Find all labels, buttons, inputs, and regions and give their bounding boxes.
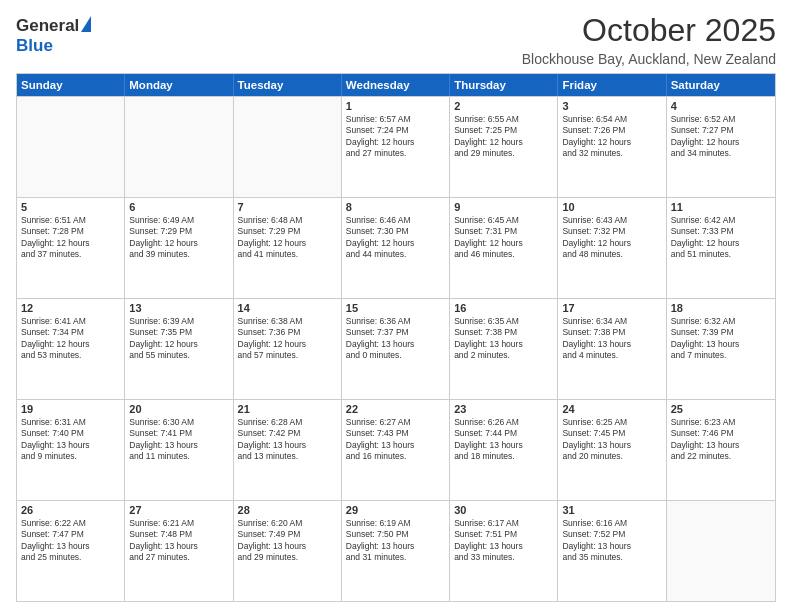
cell-text-line: Sunset: 7:41 PM bbox=[129, 428, 228, 439]
cell-text-line: Daylight: 13 hours bbox=[671, 440, 771, 451]
day-number: 27 bbox=[129, 504, 228, 516]
cell-text-line: Sunset: 7:26 PM bbox=[562, 125, 661, 136]
cell-text-line: Daylight: 13 hours bbox=[238, 440, 337, 451]
cell-text-line: and 55 minutes. bbox=[129, 350, 228, 361]
cell-text-line: and 16 minutes. bbox=[346, 451, 445, 462]
day-number: 5 bbox=[21, 201, 120, 213]
cell-text-line: and 57 minutes. bbox=[238, 350, 337, 361]
calendar-cell: 11Sunrise: 6:42 AMSunset: 7:33 PMDayligh… bbox=[667, 198, 775, 298]
cell-text-line: Sunrise: 6:22 AM bbox=[21, 518, 120, 529]
logo-blue-text: Blue bbox=[16, 36, 53, 56]
calendar-cell bbox=[17, 97, 125, 197]
cell-text-line: Daylight: 12 hours bbox=[671, 137, 771, 148]
cell-text-line: Sunset: 7:33 PM bbox=[671, 226, 771, 237]
cell-text-line: Daylight: 12 hours bbox=[238, 238, 337, 249]
cell-text-line: and 11 minutes. bbox=[129, 451, 228, 462]
calendar-row-2: 12Sunrise: 6:41 AMSunset: 7:34 PMDayligh… bbox=[17, 298, 775, 399]
calendar-cell: 25Sunrise: 6:23 AMSunset: 7:46 PMDayligh… bbox=[667, 400, 775, 500]
cell-text-line: Sunrise: 6:57 AM bbox=[346, 114, 445, 125]
cell-text-line: Sunset: 7:35 PM bbox=[129, 327, 228, 338]
cell-text-line: Daylight: 13 hours bbox=[129, 440, 228, 451]
calendar-cell: 19Sunrise: 6:31 AMSunset: 7:40 PMDayligh… bbox=[17, 400, 125, 500]
cell-text-line: Sunrise: 6:19 AM bbox=[346, 518, 445, 529]
cell-text-line: and 20 minutes. bbox=[562, 451, 661, 462]
day-number: 15 bbox=[346, 302, 445, 314]
calendar-cell: 18Sunrise: 6:32 AMSunset: 7:39 PMDayligh… bbox=[667, 299, 775, 399]
day-number: 26 bbox=[21, 504, 120, 516]
cell-text-line: Daylight: 13 hours bbox=[562, 339, 661, 350]
calendar-row-4: 26Sunrise: 6:22 AMSunset: 7:47 PMDayligh… bbox=[17, 500, 775, 601]
cell-text-line: Daylight: 13 hours bbox=[238, 541, 337, 552]
day-number: 19 bbox=[21, 403, 120, 415]
day-number: 24 bbox=[562, 403, 661, 415]
cell-text-line: Sunrise: 6:43 AM bbox=[562, 215, 661, 226]
cell-text-line: and 22 minutes. bbox=[671, 451, 771, 462]
cell-text-line: Sunrise: 6:49 AM bbox=[129, 215, 228, 226]
day-number: 23 bbox=[454, 403, 553, 415]
cell-text-line: Daylight: 12 hours bbox=[671, 238, 771, 249]
calendar-row-0: 1Sunrise: 6:57 AMSunset: 7:24 PMDaylight… bbox=[17, 96, 775, 197]
cell-text-line: Daylight: 12 hours bbox=[562, 238, 661, 249]
cell-text-line: Sunrise: 6:25 AM bbox=[562, 417, 661, 428]
calendar-header: SundayMondayTuesdayWednesdayThursdayFrid… bbox=[17, 74, 775, 96]
location-text: Blockhouse Bay, Auckland, New Zealand bbox=[522, 51, 776, 67]
cell-text-line: Sunset: 7:29 PM bbox=[129, 226, 228, 237]
day-number: 8 bbox=[346, 201, 445, 213]
cell-text-line: Sunrise: 6:51 AM bbox=[21, 215, 120, 226]
cell-text-line: Daylight: 13 hours bbox=[346, 339, 445, 350]
cell-text-line: Daylight: 13 hours bbox=[562, 541, 661, 552]
cell-text-line: and 4 minutes. bbox=[562, 350, 661, 361]
cell-text-line: Sunrise: 6:39 AM bbox=[129, 316, 228, 327]
cell-text-line: and 34 minutes. bbox=[671, 148, 771, 159]
calendar-cell: 20Sunrise: 6:30 AMSunset: 7:41 PMDayligh… bbox=[125, 400, 233, 500]
cell-text-line: Sunrise: 6:27 AM bbox=[346, 417, 445, 428]
calendar-cell: 5Sunrise: 6:51 AMSunset: 7:28 PMDaylight… bbox=[17, 198, 125, 298]
calendar-cell bbox=[125, 97, 233, 197]
cell-text-line: and 51 minutes. bbox=[671, 249, 771, 260]
cell-text-line: Sunset: 7:46 PM bbox=[671, 428, 771, 439]
calendar-cell: 2Sunrise: 6:55 AMSunset: 7:25 PMDaylight… bbox=[450, 97, 558, 197]
calendar-cell: 17Sunrise: 6:34 AMSunset: 7:38 PMDayligh… bbox=[558, 299, 666, 399]
cell-text-line: Sunset: 7:42 PM bbox=[238, 428, 337, 439]
calendar-cell: 22Sunrise: 6:27 AMSunset: 7:43 PMDayligh… bbox=[342, 400, 450, 500]
cell-text-line: and 9 minutes. bbox=[21, 451, 120, 462]
cell-text-line: Sunset: 7:44 PM bbox=[454, 428, 553, 439]
cell-text-line: and 32 minutes. bbox=[562, 148, 661, 159]
cell-text-line: Sunset: 7:31 PM bbox=[454, 226, 553, 237]
day-number: 17 bbox=[562, 302, 661, 314]
header-day-monday: Monday bbox=[125, 74, 233, 96]
day-number: 30 bbox=[454, 504, 553, 516]
day-number: 4 bbox=[671, 100, 771, 112]
cell-text-line: Daylight: 13 hours bbox=[562, 440, 661, 451]
cell-text-line: Sunrise: 6:16 AM bbox=[562, 518, 661, 529]
cell-text-line: Daylight: 13 hours bbox=[346, 541, 445, 552]
cell-text-line: Sunset: 7:29 PM bbox=[238, 226, 337, 237]
cell-text-line: and 44 minutes. bbox=[346, 249, 445, 260]
cell-text-line: Sunrise: 6:48 AM bbox=[238, 215, 337, 226]
cell-text-line: Daylight: 13 hours bbox=[21, 541, 120, 552]
calendar-cell: 30Sunrise: 6:17 AMSunset: 7:51 PMDayligh… bbox=[450, 501, 558, 601]
cell-text-line: and 29 minutes. bbox=[454, 148, 553, 159]
calendar-body: 1Sunrise: 6:57 AMSunset: 7:24 PMDaylight… bbox=[17, 96, 775, 601]
day-number: 21 bbox=[238, 403, 337, 415]
calendar-cell: 28Sunrise: 6:20 AMSunset: 7:49 PMDayligh… bbox=[234, 501, 342, 601]
month-title: October 2025 bbox=[522, 12, 776, 49]
cell-text-line: and 48 minutes. bbox=[562, 249, 661, 260]
day-number: 31 bbox=[562, 504, 661, 516]
day-number: 14 bbox=[238, 302, 337, 314]
cell-text-line: Sunset: 7:51 PM bbox=[454, 529, 553, 540]
cell-text-line: Sunset: 7:30 PM bbox=[346, 226, 445, 237]
cell-text-line: Sunrise: 6:31 AM bbox=[21, 417, 120, 428]
header-day-thursday: Thursday bbox=[450, 74, 558, 96]
calendar: SundayMondayTuesdayWednesdayThursdayFrid… bbox=[16, 73, 776, 602]
cell-text-line: Sunrise: 6:34 AM bbox=[562, 316, 661, 327]
header-day-saturday: Saturday bbox=[667, 74, 775, 96]
calendar-cell: 27Sunrise: 6:21 AMSunset: 7:48 PMDayligh… bbox=[125, 501, 233, 601]
cell-text-line: Sunset: 7:39 PM bbox=[671, 327, 771, 338]
title-section: October 2025 Blockhouse Bay, Auckland, N… bbox=[522, 12, 776, 67]
cell-text-line: Sunset: 7:47 PM bbox=[21, 529, 120, 540]
day-number: 16 bbox=[454, 302, 553, 314]
day-number: 18 bbox=[671, 302, 771, 314]
day-number: 29 bbox=[346, 504, 445, 516]
cell-text-line: Sunset: 7:24 PM bbox=[346, 125, 445, 136]
